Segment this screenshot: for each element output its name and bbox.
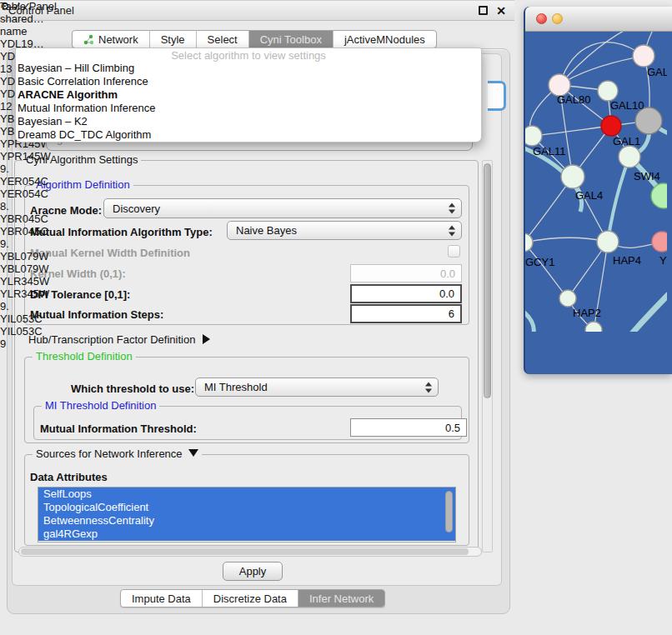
control-panel-tabbar: Network Style Select Cyni Toolbox jActiv… (72, 30, 437, 48)
show-columns-icon[interactable]: ✓✓ (13, 0, 31, 12)
which-threshold-label: Which threshold to use: (71, 382, 194, 395)
network-node-gcy1[interactable] (525, 233, 533, 252)
network-node-swi4[interactable] (619, 146, 640, 168)
network-icon (83, 34, 94, 45)
svg-text:GAL1: GAL1 (613, 135, 640, 148)
tab-cyni-toolbox[interactable]: Cyni Toolbox (248, 31, 333, 48)
settings-horizontal-scrollbar[interactable] (18, 547, 482, 557)
table-cell: 9. (0, 162, 51, 175)
tab-label: Infer Network (309, 592, 374, 605)
network-view-window: GAL GAL80 GAL10 GAL1 GAL11 SWI4 GAL4 GCY… (524, 7, 672, 374)
tab-style[interactable]: Style (149, 31, 196, 48)
table-cell: YER054C (0, 175, 51, 188)
table-cell: YLR345W (0, 288, 51, 300)
algorithm-placeholder: Select algorithm to view settings (16, 49, 481, 62)
expanded-arrow-icon (188, 449, 198, 457)
network-node-hap2[interactable] (559, 290, 576, 307)
network-canvas[interactable]: GAL GAL80 GAL10 GAL1 GAL11 SWI4 GAL4 GCY… (525, 7, 672, 334)
algorithm-option[interactable]: Bayesian – K2 (16, 115, 481, 128)
list-item[interactable]: BetweennessCentrality (38, 514, 455, 528)
table-cell: YIL053C (0, 312, 51, 325)
close-traffic-light[interactable] (536, 13, 547, 24)
list-item[interactable]: SelfLoops (38, 488, 455, 501)
algorithm-option[interactable]: Dream8 DC_TDC Algorithm (16, 128, 481, 142)
mi-threshold-field[interactable]: 0.5 (350, 418, 467, 437)
aracne-mode-combo[interactable]: Discovery (103, 198, 462, 218)
table-row[interactable]: YIL053CYIL053C9 (0, 312, 51, 350)
spinner-arrows-icon (449, 203, 455, 214)
mi-type-label: Mutual Information Algorithm Type: (30, 226, 213, 238)
tab-impute-data[interactable]: Impute Data (121, 590, 202, 607)
tab-select[interactable]: Select (196, 31, 248, 48)
network-node-gal11[interactable] (525, 126, 542, 146)
which-threshold-combo[interactable]: MI Threshold (195, 378, 439, 397)
algorithm-option[interactable]: Mutual Information Inference (16, 102, 481, 115)
network-node-bright-green[interactable] (651, 183, 667, 208)
network-node[interactable] (633, 45, 654, 67)
mi-type-value: Naive Bayes (236, 224, 297, 237)
table-row[interactable]: YPR145WYPR145W9. (0, 138, 51, 175)
close-icon[interactable]: ✕ (496, 5, 506, 17)
table-row[interactable]: YER054CYER054C8. (0, 175, 51, 212)
list-item[interactable]: TopologicalCoefficient (38, 501, 455, 514)
dpi-tolerance-field[interactable]: 0.0 (350, 284, 462, 303)
network-node[interactable] (585, 322, 602, 332)
zoom-traffic-light[interactable] (568, 13, 579, 24)
network-window-titlebar[interactable] (525, 7, 672, 32)
hub-section-label: Hub/Transcription Factor Definition (28, 333, 195, 346)
table-cell: YPR145W (0, 150, 51, 162)
sources-group-title[interactable]: Sources for Network Inference (33, 448, 202, 460)
mi-type-combo[interactable]: Naive Bayes (227, 221, 462, 240)
list-item[interactable]: gal4RGexp (38, 528, 455, 541)
table-cell: YBL079W (0, 262, 51, 275)
list-scrollbar[interactable] (445, 491, 453, 532)
kernel-width-value: 0.0 (440, 268, 455, 280)
dpi-tolerance-value: 0.0 (439, 288, 454, 300)
hub-section-toggle[interactable]: Hub/Transcription Factor Definition (28, 333, 210, 346)
float-window-icon[interactable] (479, 6, 488, 15)
tab-discretize-data[interactable]: Discretize Data (202, 590, 298, 607)
apply-button-label: Apply (239, 565, 267, 578)
network-node-salmon[interactable] (652, 232, 667, 252)
mi-steps-value: 6 (449, 308, 454, 320)
algorithm-option[interactable]: Basic Correlation Inference (16, 75, 481, 88)
tab-infer-network[interactable]: Infer Network (298, 590, 384, 607)
network-nodes[interactable] (525, 7, 667, 332)
focused-combo-fragment (488, 81, 506, 111)
aracne-mode-value: Discovery (113, 202, 160, 215)
settings-vertical-scrollbar[interactable] (482, 160, 493, 552)
column-header-shared-name[interactable]: shared… (0, 12, 51, 25)
network-node-gal10[interactable] (598, 81, 618, 101)
table-row[interactable]: YBR045CYBR045C9. (0, 212, 51, 250)
data-attributes-list[interactable]: SelfLoops TopologicalCoefficient Between… (38, 487, 456, 542)
svg-text:GAL80: GAL80 (557, 93, 590, 106)
mi-threshold-group-title: MI Threshold Definition (42, 399, 159, 412)
data-attributes-label: Data Attributes (30, 471, 108, 483)
network-node-hap4[interactable] (597, 231, 619, 252)
tab-jactivemnodules[interactable]: jActiveMNodules (333, 31, 436, 48)
manual-kernel-checkbox[interactable] (448, 245, 460, 258)
svg-text:HAP2: HAP2 (573, 307, 601, 319)
apply-button[interactable]: Apply (223, 562, 283, 581)
tab-label: Style (161, 33, 185, 46)
network-node-red[interactable] (601, 116, 621, 136)
spinner-arrows-icon (449, 225, 455, 236)
threshold-definition-title: Threshold Definition (33, 350, 136, 362)
kernel-width-field[interactable]: 0.0 (350, 264, 462, 282)
algorithm-option-selected[interactable]: ARACNE Algorithm (16, 88, 481, 102)
minimize-traffic-light[interactable] (552, 13, 563, 24)
mi-steps-field[interactable]: 6 (350, 304, 462, 323)
tab-network[interactable]: Network (73, 31, 149, 48)
column-header-name[interactable]: name (0, 25, 51, 38)
tab-label: Cyni Toolbox (260, 33, 322, 46)
algorithm-option[interactable]: Bayesian – Hill Climbing (16, 62, 481, 75)
svg-text:GCY1: GCY1 (525, 256, 554, 268)
gear-icon[interactable]: ⚙ (0, 0, 10, 12)
table-row[interactable]: YLR345WYLR345W9. (0, 275, 51, 312)
which-threshold-value: MI Threshold (204, 381, 268, 393)
svg-text:HAP4: HAP4 (613, 254, 641, 267)
table-header: shared… name (0, 12, 51, 38)
table-cell: 9. (0, 238, 51, 250)
network-node-gal4[interactable] (561, 165, 584, 188)
table-row[interactable]: YBL079WYBL079W (0, 250, 51, 275)
